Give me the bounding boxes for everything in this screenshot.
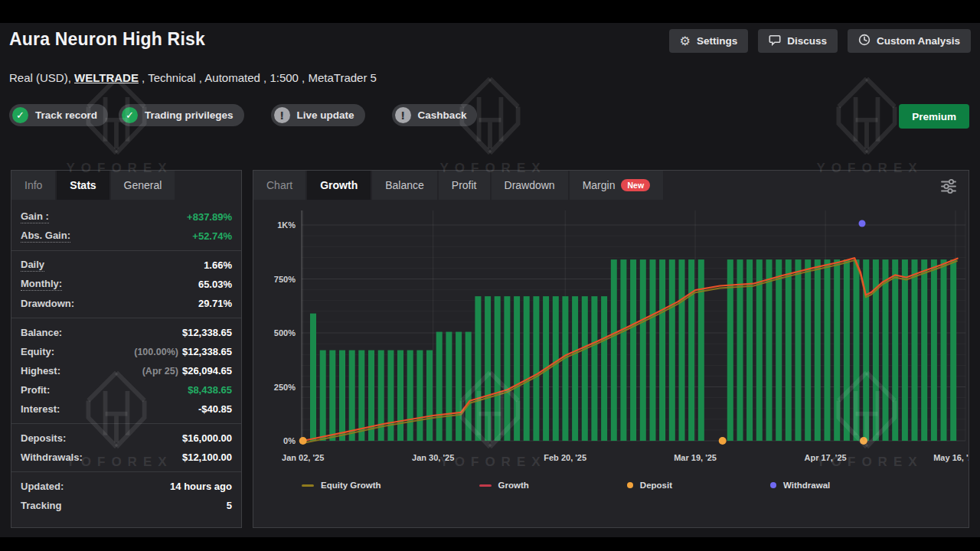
clock-icon: [858, 34, 871, 48]
stat-label-updated: Updated:: [21, 481, 64, 492]
stat-label-gain[interactable]: Gain :: [21, 210, 49, 223]
discuss-button-label: Discuss: [787, 35, 827, 47]
chart-panel-tabs: ChartGrowthBalanceProfitDrawdownMarginNe…: [253, 171, 969, 200]
badge-trading-privileges: ✓Trading privileges: [119, 104, 244, 126]
stat-value-balance: $12,338.65: [182, 327, 232, 338]
check-icon: ✓: [122, 107, 138, 123]
stat-value-tracking: 5: [227, 500, 232, 511]
chart-panel: ChartGrowthBalanceProfitDrawdownMarginNe…: [253, 170, 969, 528]
stat-row-updated: Updated:14 hours ago: [11, 477, 241, 496]
chart-tab-balance[interactable]: Balance: [372, 171, 437, 200]
stats-body: Gain :+837.89%Abs. Gain:+52.74%Daily1.66…: [11, 200, 241, 520]
stat-row-daily: Daily1.66%: [11, 256, 241, 275]
svg-text:May 16, '25: May 16, '25: [933, 453, 969, 462]
chart-tab-profit[interactable]: Profit: [439, 171, 490, 200]
stat-value-daily: 1.66%: [204, 259, 232, 271]
svg-text:1K%: 1K%: [277, 220, 296, 230]
legend-item-growth[interactable]: Growth: [479, 481, 529, 490]
legend-swatch-dot: [627, 482, 633, 488]
stat-label-deposits: Deposits:: [21, 432, 66, 444]
stat-label-monthly[interactable]: Monthly:: [21, 278, 62, 291]
stat-value-highest: (Apr 25)$26,094.65: [142, 365, 232, 377]
svg-text:Feb 20, '25: Feb 20, '25: [544, 453, 586, 462]
chart-filter-button[interactable]: [937, 177, 959, 198]
legend-swatch-line: [302, 484, 314, 487]
legend-item-withdrawal[interactable]: Withdrawal: [770, 481, 830, 490]
settings-button[interactable]: ⚙ Settings: [669, 29, 749, 53]
tab-label: General: [124, 179, 162, 191]
stat-row-highest: Highest:(Apr 25)$26,094.65: [11, 361, 241, 380]
stat-section-1: Daily1.66%Monthly:65.03%Drawdown:29.71%: [11, 250, 241, 318]
tab-label: Info: [24, 179, 42, 191]
legend-label: Withdrawal: [783, 481, 830, 490]
stat-label-drawdown: Drawdown:: [21, 298, 74, 309]
stat-row-deposits: Deposits:$16,000.00: [11, 429, 241, 448]
stat-value-updated: 14 hours ago: [170, 481, 232, 492]
check-icon: ✓: [12, 107, 28, 123]
tab-label: Stats: [70, 179, 96, 191]
badges-row: ✓Track record✓Trading privileges!Live up…: [9, 104, 488, 126]
svg-text:250%: 250%: [274, 383, 296, 392]
gear-icon: ⚙: [680, 35, 691, 47]
stat-label-abs-gain[interactable]: Abs. Gain:: [21, 230, 70, 243]
svg-text:750%: 750%: [274, 275, 296, 284]
stat-row-abs-gain: Abs. Gain:+52.74%: [11, 227, 241, 246]
tab-label: Drawdown: [505, 179, 555, 191]
svg-text:Jan 30, '25: Jan 30, '25: [412, 453, 454, 462]
stat-section-2: Balance:$12,338.65Equity:(100.00%)$12,33…: [11, 318, 241, 423]
svg-text:Mar 19, '25: Mar 19, '25: [674, 453, 717, 462]
badge-label: Track record: [35, 109, 97, 121]
stat-value-profit: $8,438.65: [188, 384, 232, 396]
stat-label-profit: Profit:: [21, 384, 50, 396]
stat-value-muted-prefix: (100.00%): [134, 347, 178, 357]
legend-swatch-line: [479, 484, 492, 487]
stat-row-monthly: Monthly:65.03%: [11, 275, 241, 294]
stat-row-interest: Interest:-$40.85: [11, 399, 241, 419]
stats-tab-info[interactable]: Info: [11, 171, 55, 200]
stat-value-interest: -$40.85: [198, 403, 232, 415]
chart-tab-drawdown[interactable]: Drawdown: [492, 171, 568, 200]
broker-link[interactable]: WELTRADE: [74, 71, 139, 84]
chart-tab-growth[interactable]: Growth: [307, 171, 371, 200]
legend-label: Equity Growth: [321, 481, 381, 490]
stat-row-gain: Gain :+837.89%: [11, 207, 241, 227]
badge-label: Live update: [297, 109, 354, 121]
stat-label-daily[interactable]: Daily: [21, 259, 44, 272]
stat-label-equity: Equity:: [21, 346, 54, 357]
premium-button[interactable]: Premium: [899, 104, 969, 129]
legend-item-equity-growth[interactable]: Equity Growth: [302, 481, 381, 490]
tab-label: Growth: [320, 179, 358, 191]
stat-value-equity: (100.00%)$12,338.65: [134, 346, 232, 357]
svg-text:500%: 500%: [274, 328, 296, 337]
stat-value-abs-gain: +52.74%: [192, 230, 232, 242]
chart-tab-margin[interactable]: MarginNew: [570, 171, 663, 200]
stats-tab-general[interactable]: General: [111, 171, 175, 200]
speech-bubble-icon: [769, 34, 781, 48]
stat-row-withdrawals: Withdrawals:$12,100.00: [11, 448, 241, 467]
chart-tab-chart[interactable]: Chart: [253, 171, 305, 200]
stats-tab-stats[interactable]: Stats: [57, 171, 109, 200]
stat-value-gain: +837.89%: [187, 211, 232, 223]
tab-label: Balance: [385, 179, 424, 191]
stat-value-deposits: $16,000.00: [182, 432, 232, 444]
badge-track-record: ✓Track record: [9, 104, 108, 126]
settings-button-label: Settings: [697, 35, 737, 47]
stat-value-muted-prefix: (Apr 25): [142, 366, 178, 377]
legend-item-deposit[interactable]: Deposit: [627, 481, 672, 490]
tab-label: Chart: [266, 179, 292, 191]
badge-label: Cashback: [418, 109, 467, 121]
stat-row-profit: Profit:$8,438.65: [11, 380, 241, 399]
stat-label-balance: Balance:: [21, 327, 62, 338]
discuss-button[interactable]: Discuss: [758, 29, 838, 53]
withdrawal-markers: [859, 220, 866, 227]
stat-row-equity: Equity:(100.00%)$12,338.65: [11, 342, 241, 361]
stat-section-4: Updated:14 hours agoTracking5: [11, 471, 241, 520]
badge-live-update: !Live update: [271, 104, 365, 126]
custom-analysis-button[interactable]: Custom Analysis: [848, 29, 971, 53]
stat-value-monthly: 65.03%: [198, 279, 232, 290]
growth-chart: 0%250%500%750%1K%Jan 02, '25Jan 30, '25F…: [253, 200, 969, 477]
custom-analysis-button-label: Custom Analysis: [877, 35, 960, 47]
tab-label: Margin: [583, 179, 616, 191]
stat-label-highest: Highest:: [21, 365, 60, 377]
stat-label-withdrawals: Withdrawals:: [21, 452, 83, 463]
